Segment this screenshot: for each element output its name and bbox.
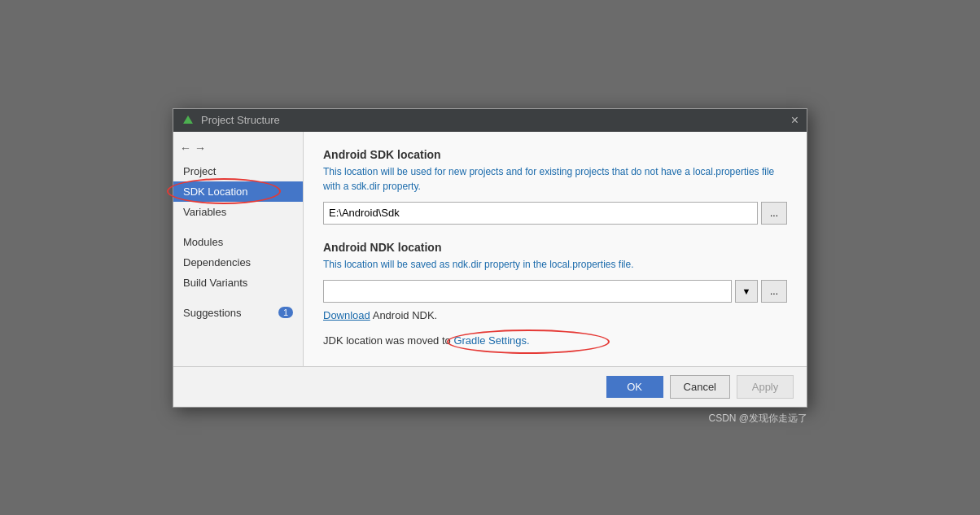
- suggestions-label: Suggestions: [183, 307, 242, 319]
- app-icon: [182, 114, 195, 127]
- sidebar-item-modules[interactable]: Modules: [173, 232, 303, 252]
- sdk-section-title: Android SDK location: [323, 148, 787, 161]
- ok-button[interactable]: OK: [606, 376, 663, 398]
- ndk-browse-button[interactable]: ...: [761, 280, 787, 303]
- sdk-section-desc: This location will be used for new proje…: [323, 164, 787, 194]
- gradle-settings-link[interactable]: Gradle Settings.: [453, 334, 529, 347]
- download-ndk-link[interactable]: Download: [323, 309, 370, 321]
- sidebar-item-build-variants[interactable]: Build Variants: [173, 273, 303, 293]
- forward-arrow[interactable]: →: [195, 142, 206, 155]
- jdk-prefix: JDK location was moved to: [323, 334, 453, 347]
- sidebar-item-sdk-location[interactable]: SDK Location: [173, 181, 303, 202]
- jdk-text-line: JDK location was moved to Gradle Setting…: [323, 334, 787, 347]
- sidebar: ← → Project SDK Location Variab: [173, 132, 304, 366]
- ndk-dropdown-button[interactable]: ▼: [735, 280, 758, 303]
- ndk-section-desc: This location will be saved as ndk.dir p…: [323, 257, 787, 272]
- back-arrow[interactable]: ←: [180, 142, 191, 155]
- download-ndk-text: Download Android NDK.: [323, 309, 787, 321]
- ndk-section-title: Android NDK location: [323, 241, 787, 254]
- svg-marker-0: [183, 116, 193, 124]
- dialog-footer: OK Cancel Apply: [173, 366, 807, 407]
- nav-arrows: ← →: [173, 138, 303, 161]
- cancel-button[interactable]: Cancel: [670, 375, 730, 399]
- apply-button[interactable]: Apply: [737, 375, 794, 399]
- sidebar-item-variables[interactable]: Variables: [173, 202, 303, 222]
- sidebar-item-project[interactable]: Project: [173, 161, 303, 181]
- title-bar: Project Structure ×: [173, 109, 807, 132]
- sidebar-item-suggestions[interactable]: Suggestions 1: [173, 303, 303, 323]
- close-button[interactable]: ×: [791, 114, 798, 127]
- watermark: CSDN @发现你走远了: [708, 412, 807, 426]
- ndk-path-input[interactable]: [323, 280, 732, 303]
- sdk-browse-button[interactable]: ...: [761, 202, 787, 225]
- sdk-path-input[interactable]: [323, 202, 758, 225]
- suggestions-badge: 1: [278, 307, 293, 318]
- ndk-input-row: ▼ ...: [323, 280, 787, 303]
- main-content: Android SDK location This location will …: [304, 132, 807, 366]
- sdk-input-row: ...: [323, 202, 787, 225]
- dialog-title: Project Structure: [201, 114, 280, 126]
- sidebar-item-dependencies[interactable]: Dependencies: [173, 252, 303, 273]
